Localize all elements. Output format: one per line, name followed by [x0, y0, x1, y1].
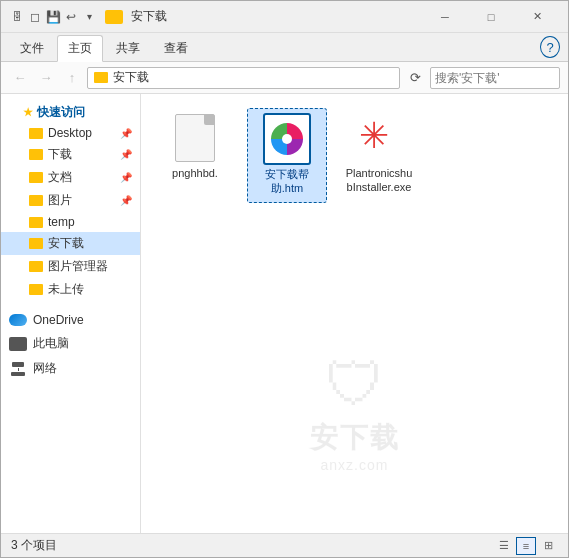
minimize-button[interactable]: ─ — [422, 1, 468, 33]
file-item-exe[interactable]: ✳ PlantronicshubInstaller.exe — [339, 108, 419, 203]
onedrive-icon — [9, 314, 27, 326]
path-folder-icon — [94, 72, 108, 83]
htm-file-icon — [263, 113, 311, 165]
pin-icon: 📌 — [120, 149, 132, 160]
sidebar-item-label: 安下载 — [48, 235, 84, 252]
quick-access-icon[interactable]: ◻ — [27, 9, 43, 25]
up-button[interactable]: ↑ — [61, 67, 83, 89]
system-menu-icon[interactable]: 🗄 — [9, 9, 25, 25]
network-icon-bottom — [11, 372, 25, 375]
sidebar-item-label: 下载 — [48, 146, 72, 163]
view-icons-button[interactable]: ⊞ — [538, 537, 558, 555]
folder-icon — [105, 10, 123, 24]
sidebar-item-computer[interactable]: 此电脑 — [1, 331, 140, 356]
sidebar-item-pictures[interactable]: 图片 📌 — [1, 189, 140, 212]
address-bar: ← → ↑ 安下载 ⟳ 🔍 — [1, 62, 568, 94]
tab-view[interactable]: 查看 — [153, 35, 199, 61]
computer-icon — [9, 337, 27, 351]
tab-file[interactable]: 文件 — [9, 35, 55, 61]
watermark: 🛡 安下载 anxz.com — [310, 350, 400, 473]
files-grid: pnghhbd. 安下载帮助.htm ✳ Plantronicshub — [151, 104, 558, 207]
folder-icon — [29, 149, 43, 160]
sidebar-item-label: temp — [48, 215, 75, 229]
watermark-shield-icon: 🛡 — [310, 350, 400, 419]
view-list-button[interactable]: ☰ — [494, 537, 514, 555]
sidebar-item-label: 文档 — [48, 169, 72, 186]
undo-icon[interactable]: ↩ — [63, 9, 79, 25]
status-bar: 3 个项目 ☰ ≡ ⊞ — [1, 533, 568, 557]
back-button[interactable]: ← — [9, 67, 31, 89]
folder-icon — [29, 284, 43, 295]
blank-file-icon — [175, 114, 215, 162]
tab-home[interactable]: 主页 — [57, 35, 103, 62]
htm-icon-inner — [271, 123, 303, 155]
sidebar-item-picture-manager[interactable]: 图片管理器 — [1, 255, 140, 278]
titlebar-controls: 🗄 ◻ 💾 ↩ ▾ — [9, 9, 97, 25]
forward-button[interactable]: → — [35, 67, 57, 89]
sidebar-item-downloads[interactable]: 下载 📌 — [1, 143, 140, 166]
sidebar-divider — [1, 301, 140, 309]
file-icon-container: ✳ — [355, 114, 403, 162]
file-item-pnghhbd[interactable]: pnghhbd. — [155, 108, 235, 203]
file-label: pnghhbd. — [172, 166, 218, 180]
sidebar-item-label: 此电脑 — [33, 335, 69, 352]
watermark-text-cn: 安下载 — [310, 419, 400, 457]
sidebar-item-label: Desktop — [48, 126, 92, 140]
folder-icon — [29, 261, 43, 272]
watermark-text-en: anxz.com — [310, 457, 400, 473]
sidebar-item-label: 图片 — [48, 192, 72, 209]
sidebar-item-documents[interactable]: 文档 📌 — [1, 166, 140, 189]
main-area: 快速访问 Desktop 📌 下载 📌 文档 📌 图片 📌 temp 安下载 — [1, 94, 568, 533]
window-controls: ─ □ ✕ — [422, 1, 560, 33]
file-icon-container — [263, 115, 311, 163]
folder-icon — [29, 172, 43, 183]
exe-file-icon: ✳ — [359, 118, 399, 158]
save-icon[interactable]: 💾 — [45, 9, 61, 25]
sidebar-item-onedrive[interactable]: OneDrive — [1, 309, 140, 331]
titlebar: 🗄 ◻ 💾 ↩ ▾ 安下载 ─ □ ✕ — [1, 1, 568, 33]
quick-access-header: 快速访问 — [1, 100, 140, 123]
maximize-button[interactable]: □ — [468, 1, 514, 33]
status-count: 3 个项目 — [11, 537, 57, 554]
sidebar-item-label: 图片管理器 — [48, 258, 108, 275]
file-label: PlantronicshubInstaller.exe — [343, 166, 415, 195]
window-title: 安下载 — [131, 8, 418, 25]
view-details-button[interactable]: ≡ — [516, 537, 536, 555]
close-button[interactable]: ✕ — [514, 1, 560, 33]
pin-icon: 📌 — [120, 195, 132, 206]
search-box: 🔍 — [430, 67, 560, 89]
file-label: 安下载帮助.htm — [252, 167, 322, 196]
help-button[interactable]: ? — [540, 36, 560, 58]
network-icon-top — [12, 362, 24, 368]
sidebar-item-label: 未上传 — [48, 281, 84, 298]
ribbon-tab-list: 文件 主页 共享 查看 ? — [1, 33, 568, 61]
pin-icon: 📌 — [120, 172, 132, 183]
exe-star-icon: ✳ — [359, 115, 389, 156]
folder-icon — [29, 195, 43, 206]
path-text: 安下载 — [113, 69, 149, 86]
sidebar-item-label: 网络 — [33, 360, 57, 377]
network-icon-line — [18, 368, 19, 371]
folder-icon — [29, 217, 43, 228]
sidebar-item-not-uploaded[interactable]: 未上传 — [1, 278, 140, 301]
content-area: 🛡 安下载 anxz.com pnghhbd. 安下载帮助.htm — [141, 94, 568, 533]
refresh-button[interactable]: ⟳ — [404, 67, 426, 89]
sidebar-item-temp[interactable]: temp — [1, 212, 140, 232]
sidebar: 快速访问 Desktop 📌 下载 📌 文档 📌 图片 📌 temp 安下载 — [1, 94, 141, 533]
folder-icon — [29, 238, 43, 249]
address-path[interactable]: 安下载 — [87, 67, 400, 89]
search-input[interactable] — [435, 71, 569, 85]
sidebar-item-anxz[interactable]: 安下载 — [1, 232, 140, 255]
status-view-icons: ☰ ≡ ⊞ — [494, 537, 558, 555]
sidebar-item-network[interactable]: 网络 — [1, 356, 140, 381]
path-segment: 安下载 — [94, 69, 149, 86]
sidebar-item-label: OneDrive — [33, 313, 84, 327]
sidebar-item-desktop[interactable]: Desktop 📌 — [1, 123, 140, 143]
dropdown-icon[interactable]: ▾ — [81, 9, 97, 25]
ribbon: 文件 主页 共享 查看 ? — [1, 33, 568, 62]
file-icon-container — [171, 114, 219, 162]
tab-share[interactable]: 共享 — [105, 35, 151, 61]
pin-icon: 📌 — [120, 128, 132, 139]
network-icon — [9, 362, 27, 376]
file-item-htm[interactable]: 安下载帮助.htm — [247, 108, 327, 203]
